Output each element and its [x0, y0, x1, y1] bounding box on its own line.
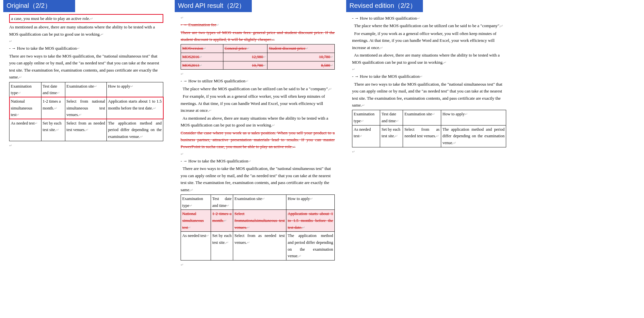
- api-take-heading: - → How to take the MOS qualification↵: [181, 158, 335, 164]
- text: There are two ways to take the MOS quali…: [352, 82, 502, 108]
- cell-mark-icon: ↵: [330, 55, 333, 59]
- text: Examination site: [234, 196, 262, 201]
- para-mark-icon: ↵: [272, 38, 275, 42]
- para-mark-icon: ↵: [101, 32, 104, 36]
- td: As needed test↵: [352, 125, 380, 147]
- para-mark-icon: ↵: [190, 188, 193, 192]
- blank-para: ↵: [181, 15, 335, 21]
- td: National simultaneous test↵: [181, 210, 211, 232]
- para-mark-icon: ↵: [500, 24, 503, 28]
- orig-take-para: There are two ways to take the MOS quali…: [9, 53, 163, 81]
- api-util-p1: The place where the MOS qualification ca…: [181, 85, 335, 92]
- text: There are two types of MOS exam fees: ge…: [181, 30, 335, 42]
- text: 8,580: [321, 63, 330, 68]
- table-header-row: MOSversion↵ General price↵ Student disco…: [181, 44, 335, 53]
- table-row: MOS2016↵ 12,980↵ 10,780↵: [181, 53, 335, 61]
- th: How to apply↵: [106, 82, 163, 97]
- text: There are two ways to take the MOS quali…: [9, 54, 159, 79]
- dash: -: [352, 16, 355, 21]
- cell-mark-icon: ↵: [189, 204, 192, 208]
- text: Set by each test site.: [212, 233, 232, 245]
- td: Set by each test site.↵: [41, 119, 65, 141]
- dash: -: [181, 159, 183, 163]
- text: 10,780: [252, 63, 263, 68]
- td: 1-2 times a month.↵: [41, 97, 65, 119]
- td: National simultaneous test↵: [9, 97, 41, 119]
- text: MOS2016: [182, 55, 199, 59]
- td: 8,580↵: [267, 61, 335, 70]
- rev-take-para: There are two ways to take the MOS quali…: [352, 81, 506, 109]
- td: Select from as needed test venues.↵: [233, 232, 286, 260]
- cell-mark-icon: ↵: [224, 219, 227, 223]
- rev-util-p2: For example, if you work as a general of…: [352, 30, 506, 51]
- cell-mark-icon: ↵: [153, 106, 156, 110]
- para-mark-icon: ↵: [420, 75, 423, 78]
- th: Examination site↵: [403, 110, 441, 125]
- text: The place where the MOS qualification ca…: [354, 23, 500, 28]
- text: The application method and period differ…: [108, 121, 162, 139]
- text: 10,780: [319, 55, 330, 59]
- table-row: MOS2013↵ 10,780↵ 8,580↵: [181, 61, 335, 70]
- para-mark-icon: ↵: [329, 87, 332, 91]
- text: As needed test: [11, 121, 35, 126]
- td: Select from national simultaneous test v…: [65, 97, 106, 119]
- text: How to apply: [288, 196, 310, 201]
- panel-api-result: Word API result（2/2） ↵ - → Examination f…: [175, 0, 338, 272]
- cell-mark-icon: ↵: [54, 106, 57, 110]
- text: Test date and time: [43, 84, 57, 95]
- para-mark-icon: ↵: [77, 46, 80, 50]
- dash: -: [181, 22, 183, 27]
- rev-util-heading: - → How to utilize MOS qualification↵: [352, 15, 506, 22]
- text: Test date and time: [381, 112, 396, 123]
- cell-mark-icon: ↵: [436, 134, 439, 138]
- para-mark-icon: ↵: [90, 17, 93, 21]
- cell-mark-icon: ↵: [57, 91, 60, 95]
- th: How to apply↵: [286, 195, 335, 210]
- cell-mark-icon: ↵: [199, 63, 202, 67]
- td: 1-2 times a month.↵: [211, 210, 233, 232]
- td: 10,780↵: [267, 53, 335, 61]
- cell-mark-icon: ↵: [396, 119, 399, 123]
- orig-take-heading: - → How to take the MOS qualification↵: [9, 45, 163, 52]
- td: As needed test↵: [9, 119, 41, 141]
- cell-mark-icon: ↵: [86, 128, 89, 132]
- cell-mark-icon: ↵: [206, 234, 209, 238]
- cell-mark-icon: ↵: [18, 91, 21, 95]
- deleted-text: - → Examination fee: [181, 22, 216, 27]
- orig-exam-table: Examination type↵ Test date and time↵ Ex…: [9, 82, 163, 141]
- blank-para: ↵: [9, 38, 163, 44]
- td: The application method and period differ…: [106, 119, 163, 141]
- blank-para: ↵: [181, 71, 335, 77]
- para-mark-icon: ↵: [19, 75, 22, 79]
- text: As mentioned as above, there are many si…: [9, 25, 155, 36]
- text: Examination type: [11, 84, 32, 95]
- blank-para: ↵: [9, 142, 163, 148]
- td: The application method and period differ…: [441, 125, 506, 147]
- api-take-para: There are two ways to take the MOS quali…: [181, 165, 335, 193]
- text: 1-2 times a month.: [212, 211, 232, 223]
- para-mark-icon: ↵: [380, 46, 383, 50]
- table-header-row: Examination type↵ Test date and time↵ Ex…: [352, 110, 506, 125]
- text: 12,980: [252, 55, 263, 59]
- highlight-box-fragment: a case, you must be able to play an acti…: [9, 14, 163, 23]
- rev-take-heading: - → How to take the MOS qualification↵: [352, 73, 506, 80]
- table-row: National simultaneous test↵ 1-2 times a …: [181, 210, 335, 232]
- blank-para: ↵: [352, 66, 506, 72]
- api-util-deleted: Consider the case where you work as a sa…: [181, 129, 335, 150]
- para-mark-icon: ↵: [272, 123, 275, 127]
- table-row: As needed test↵ Set by each test site.↵ …: [9, 119, 163, 141]
- table-row: National simultaneous test↵ 1-2 times a …: [9, 97, 163, 119]
- cell-mark-icon: ↵: [79, 113, 82, 117]
- cell-mark-icon: ↵: [94, 84, 97, 88]
- cell-mark-icon: ↵: [395, 134, 398, 138]
- td: 12,980↵: [223, 53, 267, 61]
- cell-mark-icon: ↵: [432, 112, 435, 116]
- td: MOS2016↵: [181, 53, 223, 61]
- api-util-p3: As mentioned as above, there are many si…: [181, 115, 335, 129]
- api-util-p2: For example, if you work as a general of…: [181, 93, 335, 114]
- rev-exam-table: Examination type↵ Test date and time↵ Ex…: [352, 110, 506, 147]
- text: How to apply: [443, 112, 465, 116]
- text: Examination site: [67, 84, 94, 89]
- cell-mark-icon: ↵: [130, 84, 133, 88]
- td: MOS2013↵: [181, 61, 223, 70]
